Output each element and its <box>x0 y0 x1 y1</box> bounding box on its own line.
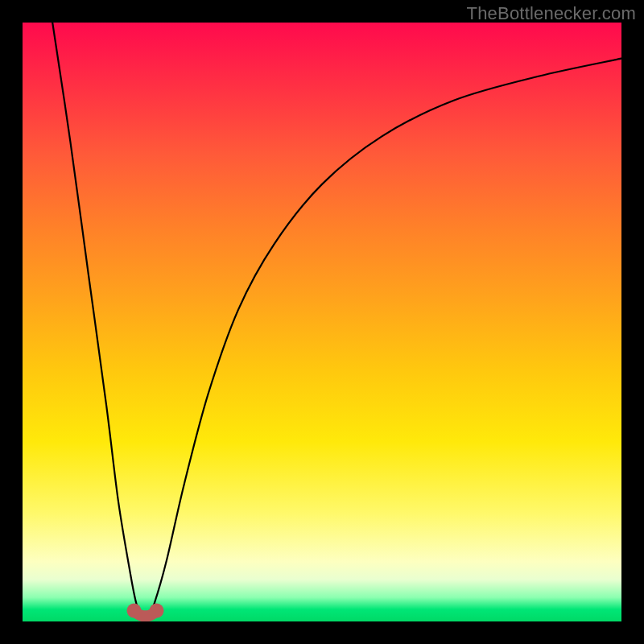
bottleneck-curve-svg <box>23 23 621 621</box>
plot-area <box>23 23 621 621</box>
attribution-text: TheBottlenecker.com <box>467 3 636 24</box>
chart-frame: TheBottlenecker.com <box>0 0 644 644</box>
bottleneck-curve-path <box>52 23 621 617</box>
optimum-marker-bridge <box>134 611 157 617</box>
